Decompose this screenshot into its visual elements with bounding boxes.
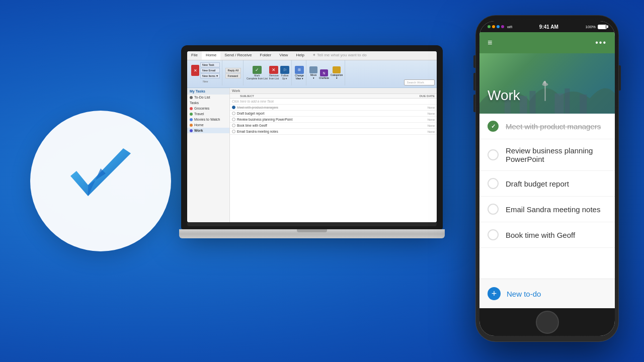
sidebar-item-groceries[interactable]: Groceries — [187, 106, 229, 111]
follow-up-btn[interactable]: ⚐ Follow Up ▾ — [280, 66, 289, 80]
tab-folder[interactable]: Folder — [256, 51, 276, 60]
outlook-task-list: Work SUBJECT DUE DATE Click here to add … — [230, 88, 437, 222]
task-item-meet[interactable]: Meet with product managers None — [230, 105, 437, 111]
new-items-btn[interactable]: New Items ▾ — [200, 73, 220, 78]
sidebar-item-movies[interactable]: Movies to Watch — [187, 117, 229, 122]
laptop-container: File Home Send / Receive Folder View Hel… — [181, 45, 443, 238]
svg-point-4 — [542, 83, 548, 86]
svg-rect-5 — [520, 96, 527, 114]
task-date-meet: None — [428, 106, 435, 109]
task-item-budget[interactable]: Draft budget report None — [230, 111, 437, 117]
tab-home[interactable]: Home — [202, 51, 220, 60]
task-item-powerpoint[interactable]: Review business planning PowerPoint None — [230, 117, 437, 123]
change-view-btn[interactable]: ⊞ Change View ▾ — [295, 66, 304, 80]
categorize-btn[interactable]: Categorize ▾ — [331, 66, 343, 79]
phone-task-text-powerpoint: Review business planning PowerPoint — [506, 146, 607, 163]
phone-task-text-geoff: Book time with Geoff — [506, 231, 575, 239]
new-task-btn[interactable]: New Task — [200, 62, 220, 67]
phone-task-item-geoff[interactable]: Book time with Geoff — [479, 222, 615, 248]
todo-logo-icon — [60, 141, 141, 221]
sidebar-item-travel[interactable]: Travel — [187, 111, 229, 117]
check-col — [232, 95, 240, 98]
mark-complete-btn[interactable]: ✓ Mark Complete from List — [247, 66, 268, 80]
sidebar-item-todo[interactable]: To-Do List — [187, 95, 229, 100]
tab-view[interactable]: View — [275, 51, 292, 60]
sidebar-label-tasks: Tasks — [190, 101, 199, 105]
task-list-title: Work — [232, 89, 240, 93]
remove-btn[interactable]: ✕ Remove from List — [269, 66, 279, 80]
phone-task-item-powerpoint[interactable]: Review business planning PowerPoint — [479, 139, 615, 171]
phone-check-circle-powerpoint[interactable] — [488, 149, 499, 160]
task-text-geoff: Book time with Geoff — [237, 124, 426, 127]
outlook-main: My Tasks To-Do List Tasks Groceries — [187, 88, 437, 222]
phone-task-item-budget[interactable]: Draft budget report — [479, 171, 615, 197]
home-button[interactable] — [536, 311, 559, 334]
task-text-budget: Draft budget report — [237, 112, 426, 115]
phone-status-bar: wifi 9:41 AM 100% — [479, 21, 615, 32]
tab-file[interactable]: File — [187, 51, 202, 60]
task-date-powerpoint: None — [428, 118, 435, 121]
phone-check-circle-geoff[interactable] — [488, 229, 499, 240]
phone-screen: wifi 9:41 AM 100% ≡ ••• — [479, 21, 615, 336]
sidebar-dot-home — [190, 124, 193, 127]
task-check-budget — [232, 112, 235, 115]
laptop-screen-inner: File Home Send / Receive Folder View Hel… — [187, 51, 437, 222]
ribbon-group-manage: ✓ Mark Complete from List ✕ Remove fr — [245, 60, 292, 85]
task-item-sandra[interactable]: Email Sandra meeting notes None — [230, 129, 437, 135]
ribbon-new-label: New — [201, 79, 209, 83]
task-text-powerpoint: Review business planning PowerPoint — [237, 118, 426, 121]
svg-rect-10 — [580, 95, 587, 114]
task-check-powerpoint — [232, 118, 235, 121]
logo-circle — [30, 111, 171, 251]
due-date-col-header: DUE DATE — [410, 95, 435, 98]
sidebar-item-work[interactable]: Work — [187, 128, 229, 133]
phone-power-button[interactable] — [619, 65, 621, 90]
add-plus-icon: + — [488, 287, 501, 300]
sidebar-item-tasks[interactable]: Tasks — [187, 100, 229, 106]
overflow-menu-icon[interactable]: ••• — [595, 38, 607, 47]
tab-tell-me[interactable]: ✦ Tell me what you want to do — [308, 51, 371, 60]
outlook-sidebar: My Tasks To-Do List Tasks Groceries — [187, 88, 230, 222]
phone-signal-dots: wifi — [488, 25, 512, 29]
reply-all-btn[interactable]: Reply All — [225, 68, 241, 73]
sidebar-label-travel: Travel — [194, 112, 204, 116]
phone-body: wifi 9:41 AM 100% ≡ ••• — [475, 15, 619, 342]
laptop-base — [179, 229, 445, 238]
task-check-geoff — [232, 124, 235, 127]
phone-task-item-sandra[interactable]: Email Sandra meeting notes — [479, 197, 615, 222]
sidebar-dot-movies — [190, 118, 193, 121]
sidebar-item-home[interactable]: Home — [187, 122, 229, 128]
phone-task-text-budget: Draft budget report — [506, 179, 569, 188]
new-task-row[interactable]: Click here to add a new Task — [230, 99, 437, 105]
search-input[interactable]: Search Work — [404, 79, 435, 85]
task-check-sandra — [232, 130, 235, 133]
sidebar-dot-groceries — [190, 107, 193, 110]
svg-rect-6 — [530, 91, 536, 114]
phone-task-item-meet[interactable]: Meet with product managers — [479, 114, 615, 139]
outlook-tabs: File Home Send / Receive Folder View Hel… — [187, 51, 437, 60]
sidebar-label-groceries: Groceries — [194, 107, 209, 110]
ribbon-group-new: ✕ New Task New Email New Items ▾ New — [189, 60, 222, 85]
tab-send-receive[interactable]: Send / Receive — [220, 51, 256, 60]
tab-help[interactable]: Help — [292, 51, 308, 60]
move-btn[interactable]: Move ▾ — [309, 66, 317, 79]
phone-check-circle-budget[interactable] — [488, 178, 499, 189]
phone-task-text-meet: Meet with product managers — [506, 122, 601, 131]
phone-check-circle-meet[interactable] — [488, 121, 499, 132]
new-email-btn[interactable]: New Email — [200, 68, 220, 73]
sidebar-label-movies: Movies to Watch — [194, 118, 220, 121]
task-date-sandra: None — [428, 130, 435, 133]
wifi-icon: wifi — [507, 25, 512, 29]
phone-app-header: ≡ ••• — [479, 32, 615, 53]
task-date-geoff: None — [428, 124, 435, 127]
hamburger-menu-icon[interactable]: ≡ — [488, 38, 492, 47]
onenote-btn[interactable]: N OneNote — [319, 69, 329, 79]
ribbon-group-actions: Move ▾ N OneNote Catego — [307, 60, 345, 85]
phone-check-circle-sandra[interactable] — [488, 204, 499, 215]
svg-rect-8 — [565, 88, 570, 114]
add-todo-row[interactable]: + New to-do — [479, 279, 615, 308]
battery-percent: 100% — [586, 25, 596, 29]
forward-btn[interactable]: Forward — [225, 73, 241, 78]
task-text-sandra: Email Sandra meeting notes — [237, 130, 426, 133]
task-item-geoff[interactable]: Book time with Geoff None — [230, 123, 437, 129]
